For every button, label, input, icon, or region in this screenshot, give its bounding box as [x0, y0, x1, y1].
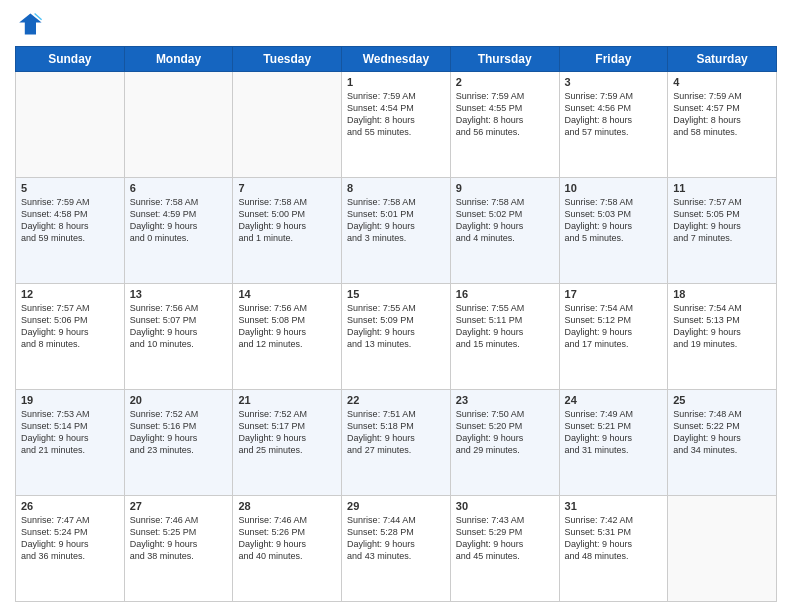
day-info: Sunrise: 7:57 AM Sunset: 5:05 PM Dayligh… — [673, 196, 771, 245]
day-number: 10 — [565, 182, 663, 194]
day-info: Sunrise: 7:54 AM Sunset: 5:12 PM Dayligh… — [565, 302, 663, 351]
day-number: 14 — [238, 288, 336, 300]
day-cell: 4Sunrise: 7:59 AM Sunset: 4:57 PM Daylig… — [668, 72, 777, 178]
week-row-5: 26Sunrise: 7:47 AM Sunset: 5:24 PM Dayli… — [16, 496, 777, 602]
day-cell: 25Sunrise: 7:48 AM Sunset: 5:22 PM Dayli… — [668, 390, 777, 496]
day-info: Sunrise: 7:55 AM Sunset: 5:11 PM Dayligh… — [456, 302, 554, 351]
day-info: Sunrise: 7:55 AM Sunset: 5:09 PM Dayligh… — [347, 302, 445, 351]
day-cell: 22Sunrise: 7:51 AM Sunset: 5:18 PM Dayli… — [342, 390, 451, 496]
day-cell: 10Sunrise: 7:58 AM Sunset: 5:03 PM Dayli… — [559, 178, 668, 284]
day-info: Sunrise: 7:59 AM Sunset: 4:55 PM Dayligh… — [456, 90, 554, 139]
day-number: 5 — [21, 182, 119, 194]
day-number: 8 — [347, 182, 445, 194]
day-number: 6 — [130, 182, 228, 194]
day-cell: 31Sunrise: 7:42 AM Sunset: 5:31 PM Dayli… — [559, 496, 668, 602]
day-cell: 9Sunrise: 7:58 AM Sunset: 5:02 PM Daylig… — [450, 178, 559, 284]
day-info: Sunrise: 7:51 AM Sunset: 5:18 PM Dayligh… — [347, 408, 445, 457]
day-number: 2 — [456, 76, 554, 88]
day-number: 30 — [456, 500, 554, 512]
day-cell: 26Sunrise: 7:47 AM Sunset: 5:24 PM Dayli… — [16, 496, 125, 602]
day-cell: 29Sunrise: 7:44 AM Sunset: 5:28 PM Dayli… — [342, 496, 451, 602]
day-cell: 1Sunrise: 7:59 AM Sunset: 4:54 PM Daylig… — [342, 72, 451, 178]
day-cell: 14Sunrise: 7:56 AM Sunset: 5:08 PM Dayli… — [233, 284, 342, 390]
day-cell: 2Sunrise: 7:59 AM Sunset: 4:55 PM Daylig… — [450, 72, 559, 178]
day-info: Sunrise: 7:44 AM Sunset: 5:28 PM Dayligh… — [347, 514, 445, 563]
day-cell: 6Sunrise: 7:58 AM Sunset: 4:59 PM Daylig… — [124, 178, 233, 284]
day-number: 7 — [238, 182, 336, 194]
weekday-header-wednesday: Wednesday — [342, 47, 451, 72]
day-cell: 17Sunrise: 7:54 AM Sunset: 5:12 PM Dayli… — [559, 284, 668, 390]
day-number: 16 — [456, 288, 554, 300]
logo-icon — [15, 10, 43, 38]
day-cell: 11Sunrise: 7:57 AM Sunset: 5:05 PM Dayli… — [668, 178, 777, 284]
weekday-header-row: SundayMondayTuesdayWednesdayThursdayFrid… — [16, 47, 777, 72]
day-cell: 21Sunrise: 7:52 AM Sunset: 5:17 PM Dayli… — [233, 390, 342, 496]
day-info: Sunrise: 7:56 AM Sunset: 5:08 PM Dayligh… — [238, 302, 336, 351]
day-number: 20 — [130, 394, 228, 406]
day-cell: 28Sunrise: 7:46 AM Sunset: 5:26 PM Dayli… — [233, 496, 342, 602]
day-number: 18 — [673, 288, 771, 300]
weekday-header-saturday: Saturday — [668, 47, 777, 72]
day-info: Sunrise: 7:46 AM Sunset: 5:25 PM Dayligh… — [130, 514, 228, 563]
day-cell: 30Sunrise: 7:43 AM Sunset: 5:29 PM Dayli… — [450, 496, 559, 602]
day-cell: 15Sunrise: 7:55 AM Sunset: 5:09 PM Dayli… — [342, 284, 451, 390]
day-number: 12 — [21, 288, 119, 300]
day-number: 25 — [673, 394, 771, 406]
day-info: Sunrise: 7:57 AM Sunset: 5:06 PM Dayligh… — [21, 302, 119, 351]
day-cell: 3Sunrise: 7:59 AM Sunset: 4:56 PM Daylig… — [559, 72, 668, 178]
day-number: 31 — [565, 500, 663, 512]
day-info: Sunrise: 7:58 AM Sunset: 5:00 PM Dayligh… — [238, 196, 336, 245]
day-info: Sunrise: 7:52 AM Sunset: 5:16 PM Dayligh… — [130, 408, 228, 457]
day-cell: 20Sunrise: 7:52 AM Sunset: 5:16 PM Dayli… — [124, 390, 233, 496]
day-number: 28 — [238, 500, 336, 512]
day-number: 23 — [456, 394, 554, 406]
day-info: Sunrise: 7:46 AM Sunset: 5:26 PM Dayligh… — [238, 514, 336, 563]
day-number: 19 — [21, 394, 119, 406]
day-number: 21 — [238, 394, 336, 406]
day-number: 9 — [456, 182, 554, 194]
weekday-header-sunday: Sunday — [16, 47, 125, 72]
week-row-2: 5Sunrise: 7:59 AM Sunset: 4:58 PM Daylig… — [16, 178, 777, 284]
header — [15, 10, 777, 38]
day-cell: 19Sunrise: 7:53 AM Sunset: 5:14 PM Dayli… — [16, 390, 125, 496]
day-number: 27 — [130, 500, 228, 512]
weekday-header-thursday: Thursday — [450, 47, 559, 72]
day-info: Sunrise: 7:47 AM Sunset: 5:24 PM Dayligh… — [21, 514, 119, 563]
day-cell: 27Sunrise: 7:46 AM Sunset: 5:25 PM Dayli… — [124, 496, 233, 602]
day-number: 4 — [673, 76, 771, 88]
day-info: Sunrise: 7:53 AM Sunset: 5:14 PM Dayligh… — [21, 408, 119, 457]
day-number: 26 — [21, 500, 119, 512]
day-cell: 23Sunrise: 7:50 AM Sunset: 5:20 PM Dayli… — [450, 390, 559, 496]
day-info: Sunrise: 7:58 AM Sunset: 5:03 PM Dayligh… — [565, 196, 663, 245]
day-info: Sunrise: 7:42 AM Sunset: 5:31 PM Dayligh… — [565, 514, 663, 563]
day-number: 3 — [565, 76, 663, 88]
weekday-header-friday: Friday — [559, 47, 668, 72]
calendar-table: SundayMondayTuesdayWednesdayThursdayFrid… — [15, 46, 777, 602]
day-info: Sunrise: 7:49 AM Sunset: 5:21 PM Dayligh… — [565, 408, 663, 457]
week-row-1: 1Sunrise: 7:59 AM Sunset: 4:54 PM Daylig… — [16, 72, 777, 178]
day-info: Sunrise: 7:59 AM Sunset: 4:57 PM Dayligh… — [673, 90, 771, 139]
day-info: Sunrise: 7:54 AM Sunset: 5:13 PM Dayligh… — [673, 302, 771, 351]
day-number: 11 — [673, 182, 771, 194]
day-cell: 24Sunrise: 7:49 AM Sunset: 5:21 PM Dayli… — [559, 390, 668, 496]
day-cell: 13Sunrise: 7:56 AM Sunset: 5:07 PM Dayli… — [124, 284, 233, 390]
day-number: 29 — [347, 500, 445, 512]
day-info: Sunrise: 7:59 AM Sunset: 4:54 PM Dayligh… — [347, 90, 445, 139]
day-number: 22 — [347, 394, 445, 406]
day-cell: 7Sunrise: 7:58 AM Sunset: 5:00 PM Daylig… — [233, 178, 342, 284]
day-number: 15 — [347, 288, 445, 300]
day-number: 1 — [347, 76, 445, 88]
day-cell: 18Sunrise: 7:54 AM Sunset: 5:13 PM Dayli… — [668, 284, 777, 390]
day-cell — [668, 496, 777, 602]
week-row-4: 19Sunrise: 7:53 AM Sunset: 5:14 PM Dayli… — [16, 390, 777, 496]
day-info: Sunrise: 7:56 AM Sunset: 5:07 PM Dayligh… — [130, 302, 228, 351]
day-cell — [124, 72, 233, 178]
day-cell: 12Sunrise: 7:57 AM Sunset: 5:06 PM Dayli… — [16, 284, 125, 390]
day-info: Sunrise: 7:59 AM Sunset: 4:58 PM Dayligh… — [21, 196, 119, 245]
day-cell — [233, 72, 342, 178]
day-cell: 8Sunrise: 7:58 AM Sunset: 5:01 PM Daylig… — [342, 178, 451, 284]
weekday-header-tuesday: Tuesday — [233, 47, 342, 72]
day-info: Sunrise: 7:48 AM Sunset: 5:22 PM Dayligh… — [673, 408, 771, 457]
day-number: 24 — [565, 394, 663, 406]
week-row-3: 12Sunrise: 7:57 AM Sunset: 5:06 PM Dayli… — [16, 284, 777, 390]
